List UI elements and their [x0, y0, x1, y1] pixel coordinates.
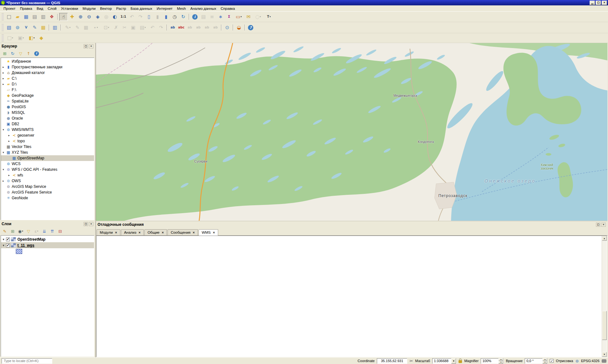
- menu-web[interactable]: Интернет: [155, 6, 175, 11]
- attribute-table-button[interactable]: ▤ ▾: [199, 13, 208, 21]
- deselect-features-button[interactable]: ▣ ▾: [16, 34, 26, 42]
- pin-map-labels-button[interactable]: ◆ ▾: [37, 34, 46, 42]
- layer-visibility-checkbox[interactable]: ✓: [6, 238, 10, 241]
- gps-tools-button[interactable]: ⊙ ▾: [223, 24, 231, 32]
- new-virtual-layer-button[interactable]: ▥ ▾: [51, 24, 59, 32]
- measure-button[interactable]: ▭ ▾: [233, 13, 244, 21]
- float-panel-button[interactable]: ◻: [84, 222, 88, 226]
- vertex-tool-button[interactable]: ⊡ ▾: [101, 24, 112, 32]
- map-canvas[interactable]: Онежское озеро Петрозаводск Кижский зака…: [96, 43, 607, 221]
- browser-item-openstreetmap[interactable]: ▦ OpenStreetMap: [1, 155, 94, 161]
- current-edits-button[interactable]: ✎ ▾: [62, 24, 73, 32]
- browser-item-geoserver[interactable]: ▸ ≺ geoserver: [1, 133, 94, 138]
- filter-expression-button[interactable]: ε ▾: [33, 228, 40, 235]
- select-features-button[interactable]: □ ▾: [5, 34, 16, 42]
- layer-legend-t11wgs[interactable]: [1, 248, 94, 254]
- data-source-manager-button[interactable]: ▧ ▾: [5, 24, 13, 32]
- zoom-in-button[interactable]: ⊕ ▾: [76, 13, 85, 21]
- menu-project[interactable]: Проект: [1, 6, 18, 11]
- browser-item-topo[interactable]: ▸ ≺ topo: [1, 138, 94, 144]
- identify-features-button[interactable]: i ▾: [191, 13, 199, 21]
- coordinate-value[interactable]: 35.155,62.931: [377, 358, 407, 364]
- filter-browser-button[interactable]: ▽: [17, 50, 24, 57]
- map-tips-button[interactable]: ✉ ▾: [244, 13, 253, 21]
- processing-toolbox-button[interactable]: ∗ ▾: [216, 13, 225, 21]
- expander-icon[interactable]: ▸: [1, 83, 6, 86]
- open-layer-styling-button[interactable]: ✎ ▾: [1, 228, 9, 235]
- redo-button[interactable]: ↷ ▾: [157, 24, 165, 32]
- annotation-button[interactable]: ◌ ▾: [253, 13, 263, 21]
- zoom-to-layer-button[interactable]: ◐ ▾: [111, 13, 119, 21]
- scroll-down-icon[interactable]: ▼: [602, 352, 607, 357]
- highlight-labels-button[interactable]: ab ▾: [194, 24, 203, 32]
- statistical-summary-button[interactable]: Σ ▾: [225, 13, 233, 21]
- browser-item-wcs[interactable]: ⊚ WCS: [1, 161, 94, 167]
- spin-down-icon[interactable]: ▼: [542, 361, 547, 364]
- browser-item-drive-c[interactable]: ▸ ▰ C:\: [1, 76, 94, 81]
- change-label-button[interactable]: ab ▾: [211, 24, 220, 32]
- tab-wms[interactable]: WMS ×: [199, 229, 218, 236]
- lock-scale-icon[interactable]: [459, 360, 462, 363]
- statistics-button[interactable]: ≡ ▾: [208, 13, 216, 21]
- expander-icon[interactable]: ▸: [1, 65, 6, 69]
- layer-overlap-button[interactable]: ◧ ▾: [26, 34, 37, 42]
- menu-mesh[interactable]: Mesh: [175, 6, 188, 11]
- refresh-map-button[interactable]: ↻ ▾: [179, 13, 187, 21]
- expander-icon[interactable]: ▾: [1, 238, 6, 241]
- undo-button[interactable]: ↶ ▾: [148, 24, 157, 32]
- menu-plugins[interactable]: Модули: [80, 6, 98, 11]
- style-manager-button[interactable]: ❖ ▾: [48, 13, 56, 21]
- browser-item-db2[interactable]: ▣ DB2: [1, 121, 94, 127]
- layer-visibility-checkbox[interactable]: ✓: [6, 244, 10, 247]
- close-button[interactable]: ×: [602, 1, 607, 5]
- expander-icon[interactable]: ▸: [1, 77, 6, 80]
- new-bookmark-button[interactable]: ▯ ▾: [145, 13, 153, 21]
- browser-item-wms[interactable]: ▾ ⊚ WMS/WMTS: [1, 127, 94, 133]
- close-panel-button[interactable]: ×: [601, 223, 606, 227]
- tab-close-icon[interactable]: ×: [115, 231, 117, 234]
- delete-selected-button[interactable]: ✗ ▾: [112, 24, 120, 32]
- menu-settings[interactable]: Установки: [59, 6, 80, 11]
- pan-map-button[interactable]: ☝ ▾: [59, 13, 68, 21]
- menu-raster[interactable]: Растр: [114, 6, 128, 11]
- save-project-button[interactable]: ▦ ▾: [22, 13, 30, 21]
- tab-close-icon[interactable]: ×: [162, 231, 164, 234]
- cut-features-button[interactable]: ✂ ▾: [120, 24, 129, 32]
- expander-icon[interactable]: ▾: [1, 168, 6, 171]
- toggle-editing-button[interactable]: ✎ ▾: [73, 24, 82, 32]
- browser-item-xyz-tiles[interactable]: ▾ ▦ XYZ Tiles: [1, 150, 94, 155]
- bookmark-manager-button[interactable]: ▮ ▾: [162, 13, 170, 21]
- refresh-browser-button[interactable]: ↻: [9, 50, 16, 57]
- browser-item-favorites[interactable]: ★ Избранное: [1, 59, 94, 64]
- add-selected-layers-button[interactable]: ⊞: [1, 50, 9, 57]
- add-vector-layer-button[interactable]: V ▾: [22, 24, 30, 32]
- show-bookmarks-button[interactable]: ▮ ▾: [153, 13, 162, 21]
- scroll-up-icon[interactable]: ▲: [602, 236, 607, 241]
- new-geopackage-button[interactable]: ▦ ▾: [39, 24, 48, 32]
- menu-help[interactable]: Справка: [218, 6, 237, 11]
- tab-messages[interactable]: Сообщения ×: [168, 229, 198, 235]
- temporal-controller-button[interactable]: ◷ ▾: [170, 13, 179, 21]
- spin-up-icon[interactable]: ▲: [498, 358, 503, 361]
- browser-item-vector-tiles[interactable]: ▦ Vector Tiles: [1, 144, 94, 150]
- locate-search-input[interactable]: [2, 358, 52, 364]
- browser-item-wfs[interactable]: ▾ ⊚ WFS / OGC API - Features: [1, 167, 94, 172]
- tab-close-icon[interactable]: ×: [193, 231, 195, 234]
- maximize-button[interactable]: ◻: [596, 1, 601, 5]
- close-panel-button[interactable]: ×: [89, 44, 93, 48]
- browser-properties-button[interactable]: i: [33, 50, 40, 57]
- expander-icon[interactable]: ▸: [1, 71, 6, 74]
- tab-analysis[interactable]: Анализ ×: [121, 229, 144, 235]
- menu-vector[interactable]: Вектор: [98, 6, 114, 11]
- add-web-layer-button[interactable]: ⊚ ▾: [13, 24, 22, 32]
- pin-labels-button[interactable]: ab ▾: [186, 24, 194, 32]
- menu-edit[interactable]: Правка: [18, 6, 35, 11]
- layer-diagram-button[interactable]: abc ▾: [177, 24, 186, 32]
- new-shapefile-button[interactable]: ✎ ▾: [30, 24, 39, 32]
- expander-icon[interactable]: ▸: [7, 139, 11, 143]
- browser-item-geonode[interactable]: ✳ GeoNode: [1, 195, 94, 201]
- pan-to-selection-button[interactable]: ✚ ▾: [68, 13, 76, 21]
- move-label-button[interactable]: ab ▾: [203, 24, 211, 32]
- locate-input[interactable]: [3, 359, 51, 363]
- layer-labeling-button[interactable]: ab ▾: [168, 24, 177, 32]
